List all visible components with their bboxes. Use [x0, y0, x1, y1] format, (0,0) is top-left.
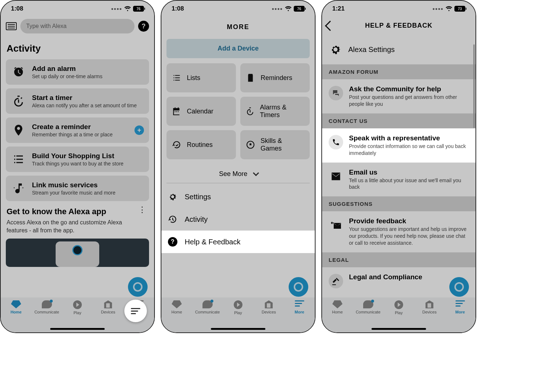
menu-label: Settings — [185, 193, 211, 201]
screen-home: 1:08 ●●●● 76 Type with Alexa ? Activity … — [0, 0, 155, 333]
tip-banner-image[interactable] — [6, 239, 149, 267]
row-email-us[interactable]: Email us Tell us a little about your iss… — [322, 163, 475, 197]
highlight-more-tab[interactable] — [124, 300, 147, 322]
card-title: Start a timer — [32, 94, 137, 102]
routines-icon — [172, 140, 182, 150]
tab-home[interactable]: Home — [3, 300, 29, 314]
card-title: Add an alarm — [32, 65, 103, 73]
row-title: Email us — [349, 168, 469, 176]
tab-communicate[interactable]: Communicate — [194, 300, 221, 314]
grid-routines[interactable]: Routines — [166, 130, 236, 159]
grid-label: Lists — [187, 74, 200, 82]
alarms-timers-icon — [245, 106, 255, 116]
help-icon: ? — [168, 237, 177, 247]
feedback-icon — [329, 218, 343, 232]
tab-label: Communicate — [356, 310, 381, 314]
section-header-suggestions: SUGGESTIONS — [322, 196, 475, 211]
grid-reminders[interactable]: Reminders — [240, 63, 310, 92]
status-bar: 1:21 ●●●● 73 — [322, 1, 475, 17]
card-subtitle: Stream your favorite music and more — [32, 190, 116, 196]
alexa-fab[interactable] — [128, 277, 148, 297]
help-icon[interactable]: ? — [138, 21, 149, 32]
alexa-fab[interactable] — [289, 277, 308, 297]
alexa-ring-icon — [133, 282, 142, 292]
wifi-icon — [446, 6, 452, 11]
community-icon — [329, 86, 343, 100]
row-title: Speak with a representative — [349, 134, 469, 142]
card-link-music[interactable]: Link music services Stream your favorite… — [6, 176, 149, 201]
menu-activity[interactable]: Activity — [161, 208, 315, 231]
tab-play[interactable]: Play — [386, 300, 412, 315]
grid-label: Skills & Games — [261, 137, 305, 152]
alarm-icon — [11, 64, 26, 80]
screen-help-feedback: 1:21 ●●●● 73 HELP & FEEDBACK Alexa Setti… — [321, 0, 476, 333]
status-time: 1:08 — [172, 5, 184, 12]
row-subtitle: Provide contact information so we can ca… — [349, 143, 469, 157]
battery-icon: 73 — [454, 6, 465, 12]
tab-label: Play — [395, 311, 402, 315]
search-placeholder: Type with Alexa — [26, 23, 67, 29]
lists-icon — [172, 73, 182, 83]
search-input[interactable]: Type with Alexa — [20, 19, 135, 33]
tab-more[interactable]: More — [447, 300, 473, 314]
tab-communicate[interactable]: Communicate — [355, 300, 381, 314]
add-badge-icon[interactable]: + — [135, 125, 144, 135]
divider — [166, 183, 310, 183]
row-provide-feedback[interactable]: Provide feedback Your suggestions are im… — [322, 211, 475, 252]
chevron-down-icon — [253, 170, 259, 176]
music-icon — [11, 181, 26, 196]
see-more-button[interactable]: See More — [161, 164, 315, 181]
phone-icon — [329, 135, 343, 149]
status-right: ●●●● 73 — [432, 6, 465, 12]
overflow-menu-icon[interactable]: ⋮ — [136, 207, 148, 213]
screen-more: 1:08 ●●●● 76 MORE Add a Device Lists Rem… — [161, 0, 316, 333]
home-icon — [332, 300, 342, 308]
tab-label: Play — [234, 311, 242, 315]
tab-communicate[interactable]: Communicate — [34, 300, 60, 314]
status-right: ●●●● 76 — [111, 6, 144, 12]
card-create-reminder[interactable]: Create a reminder Remember things at a t… — [6, 117, 149, 143]
grid-lists[interactable]: Lists — [166, 63, 236, 92]
row-ask-community[interactable]: Ask the Community for help Post your que… — [322, 79, 475, 113]
history-icon — [168, 215, 177, 224]
grid-calendar[interactable]: Calendar — [166, 97, 236, 126]
play-icon — [394, 300, 403, 309]
status-time: 1:08 — [11, 5, 23, 12]
grid-skills-games[interactable]: Skills & Games — [240, 130, 310, 159]
wifi-icon — [285, 6, 292, 11]
add-device-button[interactable]: Add a Device — [166, 39, 310, 58]
tab-label: Home — [332, 310, 343, 314]
card-add-alarm[interactable]: Add an alarm Set up daily or one-time al… — [6, 59, 149, 85]
menu-label: Activity — [185, 215, 208, 224]
row-subtitle: Post your questions and get answers from… — [349, 94, 469, 108]
tab-devices[interactable]: Devices — [416, 300, 442, 314]
keyboard-icon[interactable] — [6, 22, 17, 30]
tab-devices[interactable]: Devices — [95, 300, 121, 314]
play-icon — [73, 300, 82, 309]
cellular-dots-icon: ●●●● — [432, 7, 443, 11]
alexa-ring-icon — [454, 282, 464, 292]
tab-label: Devices — [101, 310, 115, 314]
wifi-icon — [124, 6, 131, 11]
alexa-fab[interactable] — [449, 277, 469, 297]
tab-play[interactable]: Play — [225, 300, 251, 315]
row-speak-representative[interactable]: Speak with a representative Provide cont… — [322, 128, 475, 163]
card-shopping-list[interactable]: Build Your Shopping List Track things yo… — [6, 147, 149, 172]
tab-more[interactable]: More — [286, 300, 313, 314]
gear-icon — [168, 192, 177, 201]
section-title: Activity — [1, 36, 154, 59]
tab-play[interactable]: Play — [64, 300, 91, 315]
menu-help-feedback[interactable]: ? Help & Feedback — [161, 231, 315, 253]
tab-label: More — [295, 310, 304, 314]
row-title: Provide feedback — [349, 217, 469, 225]
status-right: ●●●● 76 — [272, 6, 305, 12]
tab-label: Communicate — [195, 310, 220, 314]
card-start-timer[interactable]: Start a timer Alexa can notify you after… — [6, 88, 149, 114]
grid-alarms-timers[interactable]: Alarms & Timers — [240, 97, 310, 126]
tab-label: Devices — [422, 310, 437, 314]
row-alexa-settings[interactable]: Alexa Settings — [322, 35, 475, 64]
tab-home[interactable]: Home — [164, 300, 190, 314]
tab-devices[interactable]: Devices — [256, 300, 282, 314]
tab-home[interactable]: Home — [324, 300, 350, 314]
menu-settings[interactable]: Settings — [161, 185, 315, 208]
